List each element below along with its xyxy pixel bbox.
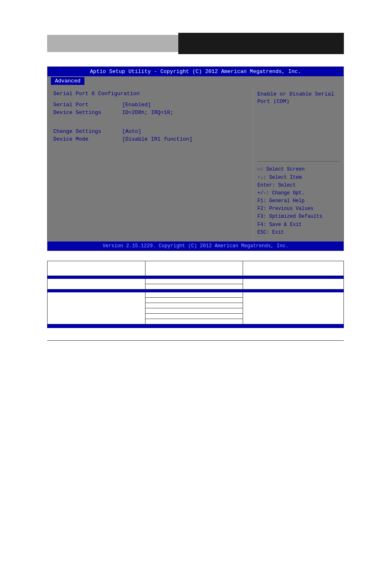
section2-row1-col2 [145, 292, 243, 298]
blue-bar-row-2 [48, 289, 344, 292]
key-help-select-item: ↑↓: Select Item [257, 174, 339, 182]
bios-title-text: Aptio Setup Utility - Copyright (C) 2012… [90, 68, 301, 75]
section1-col3 [243, 279, 344, 289]
table-row [48, 292, 344, 298]
section2-row2-col2 [145, 298, 243, 303]
top-header [47, 33, 344, 54]
header-right-block [178, 33, 344, 54]
key-help-select-screen: ↔: Select Screen [257, 166, 339, 173]
change-settings-value: [Auto] [119, 128, 247, 134]
key-help-f1: F1: General Help [257, 197, 339, 205]
bios-title-bar: Aptio Setup Utility - Copyright (C) 2012… [48, 67, 343, 76]
bios-right-panel: Enable or Disable Serial Port (COM) ↔: S… [253, 86, 343, 242]
device-mode-label: Device Mode [53, 136, 119, 142]
bios-right-divider [257, 161, 339, 162]
bottom-bar [48, 324, 344, 328]
bios-tab-bar: Advanced [48, 76, 343, 86]
outer-table [47, 261, 344, 328]
tab-advanced[interactable]: Advanced [51, 77, 84, 85]
section2-row6-col2 [145, 319, 243, 324]
bios-row-device-mode[interactable]: Device Mode [Disable IR1 function] [53, 136, 247, 142]
bottom-divider [47, 340, 344, 341]
bios-left-panel: Serial Port 6 Configuration Serial Port … [48, 86, 253, 242]
table-row [48, 279, 344, 284]
change-settings-label: Change Settings [53, 128, 119, 134]
bios-container: Aptio Setup Utility - Copyright (C) 2012… [47, 66, 344, 251]
bios-main: Serial Port 6 Configuration Serial Port … [48, 86, 343, 242]
key-help-change: +/-: Change Opt. [257, 189, 339, 197]
bios-row-change-settings[interactable]: Change Settings [Auto] [53, 128, 247, 134]
col1-header [48, 261, 145, 276]
bios-row-serial-port: Serial Port [Enabled] [53, 102, 247, 108]
bottom-bar-row [48, 324, 344, 328]
section2-row5-col2 [145, 314, 243, 319]
device-settings-label: Device Settings [53, 109, 119, 116]
bios-help-text: Enable or Disable Serial Port (COM) [257, 91, 339, 105]
section1-col1 [48, 279, 145, 289]
table-header-row [48, 261, 344, 276]
section2-col3 [243, 292, 344, 324]
blue-bar-1 [48, 276, 344, 279]
section-title: Serial Port 6 Configuration [53, 91, 247, 97]
section2-col1 [48, 292, 145, 324]
key-help-f2: F2: Previous Values [257, 205, 339, 213]
serial-port-value: [Enabled] [119, 102, 247, 108]
header-left-block [47, 35, 178, 52]
bios-key-help: ↔: Select Screen ↑↓: Select Item Enter: … [257, 166, 339, 237]
section1-row2-col2 [145, 284, 243, 289]
bios-separator-1 [53, 119, 247, 125]
section2-row3-col2 [145, 303, 243, 308]
device-settings-value: IO=2D8h; IRQ=10; [119, 109, 247, 116]
blue-bar-2 [48, 289, 344, 292]
table-section [47, 261, 344, 328]
col2-header [145, 261, 243, 276]
bios-footer: Version 2.15.1229. Copyright (C) 2012 Am… [48, 242, 343, 251]
bios-row-device-settings: Device Settings IO=2D8h; IRQ=10; [53, 109, 247, 116]
bottom-area [47, 340, 344, 357]
blue-bar-row-1 [48, 276, 344, 279]
serial-port-label: Serial Port [53, 102, 119, 108]
section1-row1-col2 [145, 279, 243, 284]
key-help-f3: F3: Optimized Defaults [257, 213, 339, 221]
key-help-f4: F4: Save & Exit [257, 221, 339, 229]
col3-header [243, 261, 344, 276]
key-help-esc: ESC: Exit [257, 229, 339, 237]
device-mode-value: [Disable IR1 function] [119, 136, 247, 142]
section2-row4-col2 [145, 308, 243, 314]
key-help-enter: Enter: Select [257, 182, 339, 189]
